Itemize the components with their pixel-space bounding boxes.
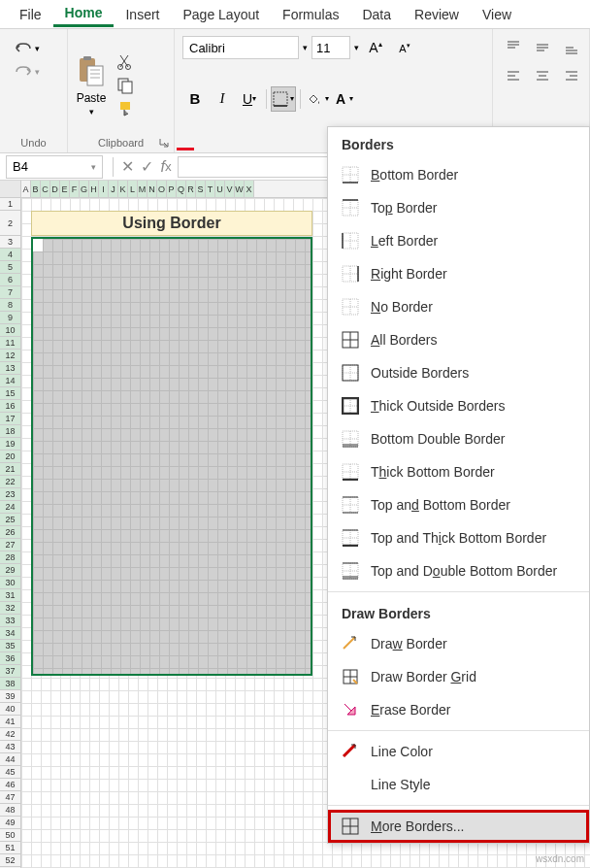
col-header-P[interactable]: P [167, 181, 177, 197]
align-bottom[interactable] [559, 35, 584, 60]
cut-icon[interactable] [116, 53, 134, 71]
row-header-2[interactable]: 2 [0, 211, 20, 236]
align-center[interactable] [530, 64, 555, 89]
row-header-32[interactable]: 32 [0, 602, 20, 615]
row-header-39[interactable]: 39 [0, 690, 20, 703]
font-name-input[interactable] [182, 36, 299, 59]
row-header-47[interactable]: 47 [0, 791, 20, 804]
row-header-46[interactable]: 46 [0, 779, 20, 791]
row-header-5[interactable]: 5 [0, 261, 20, 274]
format-painter-icon[interactable] [116, 100, 136, 117]
align-right[interactable] [559, 64, 584, 89]
col-header-O[interactable]: O [157, 181, 167, 197]
font-color-button[interactable]: A ▾ [332, 86, 357, 112]
cancel-formula[interactable]: ✕ [117, 157, 137, 177]
col-header-N[interactable]: N [148, 181, 157, 197]
col-header-G[interactable]: G [80, 181, 89, 197]
name-box[interactable]: B4 ▾ [6, 155, 103, 179]
col-header-C[interactable]: C [41, 181, 50, 197]
col-header-H[interactable]: H [89, 181, 99, 197]
align-top[interactable] [501, 35, 526, 60]
row-header-45[interactable]: 45 [0, 766, 20, 779]
menu-page-layout[interactable]: Page Layout [171, 3, 271, 26]
row-header-34[interactable]: 34 [0, 627, 20, 640]
col-header-F[interactable]: F [70, 181, 80, 197]
border-option-right-border[interactable]: Right Border [328, 257, 589, 290]
row-header-44[interactable]: 44 [0, 753, 20, 766]
col-header-W[interactable]: W [235, 181, 245, 197]
row-header-33[interactable]: 33 [0, 615, 20, 627]
menu-file[interactable]: File [8, 3, 53, 26]
row-header-19[interactable]: 19 [0, 438, 20, 451]
row-header-4[interactable]: 4 [0, 249, 20, 261]
border-option-bottom-double-border[interactable]: Bottom Double Border [328, 422, 589, 455]
menu-data[interactable]: Data [350, 3, 403, 26]
underline-button[interactable]: U▾ [237, 86, 262, 112]
align-left[interactable] [501, 64, 526, 89]
border-option-line-color[interactable]: Line Color [328, 735, 589, 768]
col-header-B[interactable]: B [31, 181, 41, 197]
row-header-40[interactable]: 40 [0, 703, 20, 716]
row-header-31[interactable]: 31 [0, 589, 20, 602]
border-option-draw-border[interactable]: Draw Border [328, 627, 589, 660]
col-header-M[interactable]: M [138, 181, 148, 197]
title-cell[interactable]: Using Border [31, 211, 312, 236]
row-header-42[interactable]: 42 [0, 728, 20, 741]
border-option-thick-bottom-border[interactable]: Thick Bottom Border [328, 455, 589, 488]
row-header-26[interactable]: 26 [0, 526, 20, 539]
row-header-10[interactable]: 10 [0, 324, 20, 337]
row-header-17[interactable]: 17 [0, 413, 20, 425]
undo-button[interactable]: ▾ [14, 41, 53, 56]
col-header-Q[interactable]: Q [177, 181, 186, 197]
fx-button[interactable]: fx [156, 157, 176, 177]
row-header-11[interactable]: 11 [0, 337, 20, 350]
row-header-27[interactable]: 27 [0, 539, 20, 551]
border-option-erase-border[interactable]: Erase Border [328, 693, 589, 726]
col-header-V[interactable]: V [225, 181, 235, 197]
row-header-28[interactable]: 28 [0, 551, 20, 564]
col-header-T[interactable]: T [206, 181, 215, 197]
col-header-I[interactable]: I [99, 181, 109, 197]
row-header-18[interactable]: 18 [0, 425, 20, 438]
border-option-top-and-bottom-border[interactable]: Top and Bottom Border [328, 488, 589, 521]
border-option-all-borders[interactable]: All Borders [328, 323, 589, 356]
row-header-22[interactable]: 22 [0, 476, 20, 488]
select-all-corner[interactable] [0, 181, 21, 197]
row-header-41[interactable]: 41 [0, 716, 20, 728]
row-header-20[interactable]: 20 [0, 451, 20, 463]
selection-range[interactable] [31, 237, 312, 676]
row-header-36[interactable]: 36 [0, 652, 20, 665]
border-option-top-border[interactable]: Top Border [328, 191, 589, 224]
border-option-left-border[interactable]: Left Border [328, 224, 589, 257]
row-header-7[interactable]: 7 [0, 286, 20, 299]
decrease-font-button[interactable]: A▾ [392, 35, 417, 60]
row-header-48[interactable]: 48 [0, 804, 20, 817]
menu-review[interactable]: Review [403, 3, 471, 26]
border-option-no-border[interactable]: No Border [328, 290, 589, 323]
align-middle[interactable] [530, 35, 555, 60]
row-header-38[interactable]: 38 [0, 678, 20, 690]
row-header-12[interactable]: 12 [0, 350, 20, 362]
col-header-U[interactable]: U [215, 181, 225, 197]
paste-button[interactable]: Paste ▾ [76, 54, 107, 117]
row-header-49[interactable]: 49 [0, 817, 20, 829]
row-header-37[interactable]: 37 [0, 665, 20, 678]
menu-formulas[interactable]: Formulas [271, 3, 350, 26]
row-header-1[interactable]: 1 [0, 198, 20, 211]
bold-button[interactable]: B [182, 86, 208, 112]
row-header-51[interactable]: 51 [0, 842, 20, 854]
menu-insert[interactable]: Insert [114, 3, 171, 26]
row-header-3[interactable]: 3 [0, 236, 20, 249]
row-header-30[interactable]: 30 [0, 577, 20, 589]
col-header-D[interactable]: D [50, 181, 60, 197]
border-option-line-style[interactable]: Line Style [328, 768, 589, 801]
menu-view[interactable]: View [471, 3, 523, 26]
row-header-35[interactable]: 35 [0, 640, 20, 652]
col-header-L[interactable]: L [128, 181, 138, 197]
col-header-X[interactable]: X [245, 181, 254, 197]
col-header-J[interactable]: J [109, 181, 118, 197]
row-header-50[interactable]: 50 [0, 829, 20, 842]
menu-home[interactable]: Home [53, 1, 115, 27]
row-header-25[interactable]: 25 [0, 514, 20, 526]
italic-button[interactable]: I [210, 86, 235, 112]
